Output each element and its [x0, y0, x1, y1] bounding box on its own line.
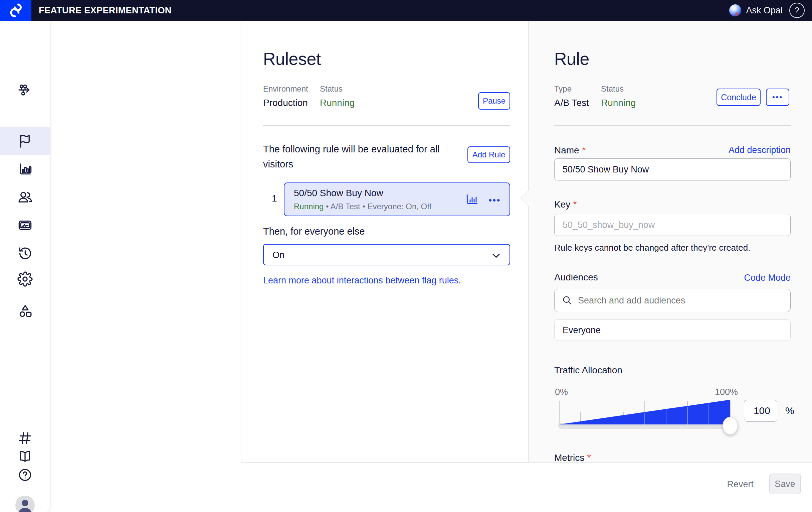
rule-card-status: Running: [294, 202, 323, 211]
audiences-label: Audiences: [554, 272, 598, 283]
required-asterisk: *: [573, 198, 577, 210]
search-icon: [562, 295, 573, 306]
bar-chart-icon: [17, 161, 33, 177]
divider: [263, 125, 510, 126]
save-button[interactable]: Save: [769, 474, 801, 494]
type-value: A/B Test: [554, 98, 589, 108]
sidebar-item-integrations[interactable]: [0, 299, 50, 323]
audiences-icon: [17, 189, 33, 205]
traffic-value-input[interactable]: [744, 400, 777, 422]
sidebar-item-history[interactable]: [0, 239, 50, 267]
sidebar-item-events[interactable]: [0, 211, 50, 239]
help-icon[interactable]: ?: [789, 3, 805, 18]
environment-label: Environment: [263, 84, 308, 93]
rule-key-input[interactable]: [554, 214, 791, 236]
opal-sphere-icon: [729, 4, 741, 17]
app-title: FEATURE EXPERIMENTATION: [39, 5, 172, 16]
rule-menu-button[interactable]: •••: [766, 88, 789, 106]
gear-icon: [17, 271, 33, 287]
ask-opal-label: Ask Opal: [746, 5, 783, 16]
save-footer-bar: Revert Save: [241, 462, 812, 512]
add-rule-button[interactable]: Add Rule: [467, 146, 510, 163]
sidebar-item-reports[interactable]: [0, 155, 50, 183]
sidebar-item-settings[interactable]: [0, 265, 50, 293]
name-field-label: Name*: [554, 144, 586, 156]
add-description-link[interactable]: Add description: [720, 145, 791, 155]
sidebar-item-experiments[interactable]: [0, 77, 50, 105]
rule-name-input[interactable]: [554, 158, 791, 181]
traffic-min-label: 0%: [555, 387, 568, 397]
learn-more-link[interactable]: Learn more about interactions between fl…: [263, 275, 461, 286]
traffic-allocation-label: Traffic Allocation: [554, 365, 622, 376]
divider: [554, 125, 791, 126]
sidebar-item-flags[interactable]: [0, 127, 50, 155]
rule-card-meta: Running • A/B Test • Everyone: On, Off: [294, 202, 431, 211]
key-field-label: Key*: [554, 198, 577, 210]
required-asterisk: *: [587, 452, 591, 463]
then-for-everyone-label: Then, for everyone else: [263, 226, 365, 237]
icon-rail: [0, 21, 51, 512]
sidebar-item-audiences[interactable]: [0, 183, 50, 211]
optimizely-logo[interactable]: [0, 0, 31, 21]
rule-card-title: 50/50 Show Buy Now: [294, 188, 383, 198]
audience-chip-label: Everyone: [562, 325, 601, 335]
ruleset-intro-text: The following rule will be evaluated for…: [263, 142, 455, 172]
key-note: Rule keys cannot be changed after they'r…: [554, 243, 750, 253]
optimizely-logo-icon: [7, 2, 24, 19]
top-bar: FEATURE EXPERIMENTATION Ask Opal ?: [0, 0, 812, 21]
audience-search-box: [554, 289, 791, 312]
revert-button[interactable]: Revert: [727, 479, 754, 490]
rule-index: 1: [272, 193, 277, 204]
shapes-icon: [17, 303, 33, 319]
user-avatar[interactable]: [16, 495, 35, 512]
ruleset-panel-title: Ruleset: [263, 49, 321, 69]
status-label: Status: [320, 84, 343, 93]
avatar-person-icon: [16, 495, 35, 512]
code-mode-link[interactable]: Code Mode: [720, 273, 791, 283]
flag-sidebar-panel: [50, 21, 241, 512]
required-asterisk: *: [582, 144, 586, 155]
default-value-dropdown[interactable]: On: [263, 244, 510, 265]
ruleset-status-value: Running: [320, 98, 355, 108]
traffic-max-label: 100%: [708, 387, 738, 397]
chevron-down-icon: [492, 253, 500, 258]
traffic-percent-unit: %: [785, 405, 794, 416]
rule-card-menu-button[interactable]: •••: [489, 195, 501, 206]
question-circle-icon: [17, 467, 33, 483]
ask-opal-button[interactable]: Ask Opal: [729, 4, 783, 17]
events-monitor-icon: [17, 218, 33, 233]
history-clock-icon: [17, 246, 33, 261]
conclude-button[interactable]: Conclude: [717, 88, 761, 106]
metrics-label: Metrics*: [554, 452, 591, 463]
pause-button[interactable]: Pause: [478, 92, 510, 110]
flag-icon: [17, 133, 33, 149]
audience-search-input[interactable]: [573, 295, 790, 306]
slider-handle[interactable]: [723, 417, 737, 434]
experiment-flow-icon: [17, 83, 33, 99]
environment-value: Production: [263, 98, 308, 108]
traffic-allocation-slider[interactable]: [558, 396, 741, 440]
rule-card[interactable]: 50/50 Show Buy Now Running • A/B Test • …: [284, 183, 510, 216]
default-value-selected: On: [272, 250, 285, 260]
audience-chip-everyone[interactable]: Everyone: [554, 320, 791, 341]
rule-status-label: Status: [601, 84, 624, 93]
rule-card-meta-text: A/B Test • Everyone: On, Off: [330, 202, 431, 211]
rule-results-chart-icon[interactable]: [465, 194, 479, 206]
rule-status-value: Running: [601, 98, 636, 108]
type-label: Type: [554, 84, 572, 93]
rail-divider: [10, 293, 40, 293]
sidebar-item-help[interactable]: [0, 461, 50, 489]
rule-panel-title: Rule: [554, 49, 589, 69]
